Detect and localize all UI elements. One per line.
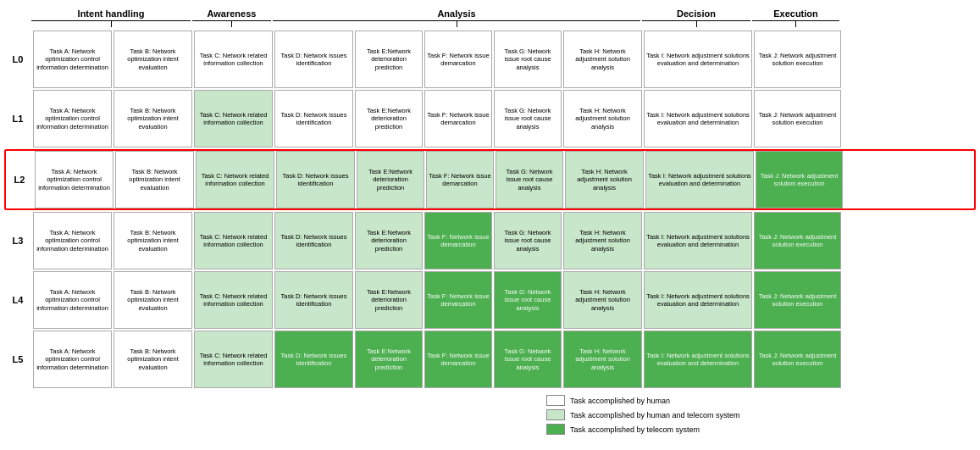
cell-l1-col8: Task I: Network adjustment solutions eva… xyxy=(644,90,752,147)
cell-l3-col2: Task C: Network related information coll… xyxy=(194,212,273,269)
cell-l4-col0: Task A: Network optimization control inf… xyxy=(33,271,112,329)
legend-item-2: Task accomplished by telecom system xyxy=(546,424,976,435)
row-l4: L4Task A: Network optimization control i… xyxy=(4,271,976,329)
legend-label-2: Task accomplished by telecom system xyxy=(570,425,700,434)
row-l5: L5Task A: Network optimization control i… xyxy=(4,331,976,388)
cell-l0-col1: Task B: Network optimization intent eval… xyxy=(114,31,192,88)
cell-l1-col0: Task A: Network optimization control inf… xyxy=(33,90,112,147)
cell-l1-col4: Task E:Network deterioration prediction xyxy=(355,90,423,147)
legend-item-1: Task accomplished by human and telecom s… xyxy=(546,409,976,420)
row-label-l5: L5 xyxy=(4,331,31,388)
cell-l4-col6: Task G: Network issue root cause analysi… xyxy=(494,271,562,329)
phase-analysis: Analysis xyxy=(273,8,640,27)
cell-l3-col5: Task F: Network issue demarcation xyxy=(424,212,492,269)
cell-l5-col7: Task H: Network adjustment solution anal… xyxy=(563,331,642,388)
row-label-l4: L4 xyxy=(4,271,31,329)
row-l0: L0Task A: Network optimization control i… xyxy=(4,31,976,88)
cell-l1-col7: Task H: Network adjustment solution anal… xyxy=(563,90,642,147)
cell-l2-col7: Task H: Network adjustment solution anal… xyxy=(565,151,644,208)
cell-l4-col1: Task B: Network optimization intent eval… xyxy=(114,271,192,329)
cell-l0-col2: Task C: Network related information coll… xyxy=(194,31,273,88)
legend-box-light xyxy=(546,409,565,420)
row-label-l2: L2 xyxy=(6,151,33,208)
cell-l0-col4: Task E:Network deterioration prediction xyxy=(355,31,423,88)
cell-l4-col3: Task D: Network issues identification xyxy=(274,271,353,329)
row-l3: L3Task A: Network optimization control i… xyxy=(4,212,976,269)
legend-box-dark xyxy=(546,424,565,435)
row-label-l1: L1 xyxy=(4,90,31,147)
cell-l3-col7: Task H: Network adjustment solution anal… xyxy=(563,212,642,269)
cell-l0-col9: Task J: Network adjustment solution exec… xyxy=(754,31,841,88)
cell-l4-col7: Task H: Network adjustment solution anal… xyxy=(563,271,642,329)
cell-l2-col1: Task B: Network optimization intent eval… xyxy=(115,151,194,208)
cell-l0-col0: Task A: Network optimization control inf… xyxy=(33,31,112,88)
cell-l5-col2: Task C: Network related information coll… xyxy=(194,331,273,388)
cell-l5-col9: Task J: Network adjustment solution exec… xyxy=(754,331,841,388)
cell-l0-col3: Task D: Network issues identification xyxy=(274,31,353,88)
row-label-l3: L3 xyxy=(4,212,31,269)
phase-headers: Intent handling Awareness Analysis Decis… xyxy=(31,8,976,27)
cell-l4-col2: Task C: Network related information coll… xyxy=(194,271,273,329)
cell-l2-col3: Task D: Network issues identification xyxy=(276,151,355,208)
cell-l4-col4: Task E:Network deterioration prediction xyxy=(355,271,423,329)
cell-l1-col1: Task B: Network optimization intent eval… xyxy=(114,90,192,147)
legend-label-1: Task accomplished by human and telecom s… xyxy=(570,411,740,419)
legend-label-0: Task accomplished by human xyxy=(570,397,670,405)
grid: L0Task A: Network optimization control i… xyxy=(4,31,976,388)
cell-l1-col2: Task C: Network related information coll… xyxy=(194,90,273,147)
phase-decision: Decision xyxy=(642,8,750,27)
cell-l2-col0: Task A: Network optimization control inf… xyxy=(35,151,114,208)
cell-l0-col6: Task G: Network issue root cause analysi… xyxy=(494,31,562,88)
phase-awareness: Awareness xyxy=(192,8,271,27)
cell-l4-col8: Task I: Network adjustment solutions eva… xyxy=(644,271,752,329)
main-container: Intent handling Awareness Analysis Decis… xyxy=(0,0,980,443)
row-l1: L1Task A: Network optimization control i… xyxy=(4,90,976,147)
cell-l3-col6: Task G: Network issue root cause analysi… xyxy=(494,212,562,269)
cell-l5-col1: Task B: Network optimization intent eval… xyxy=(114,331,192,388)
cell-l0-col7: Task H: Network adjustment solution anal… xyxy=(563,31,642,88)
legend-item-0: Task accomplished by human xyxy=(546,395,976,406)
legend-box-white xyxy=(546,395,565,406)
cell-l3-col3: Task D: Network issues identification xyxy=(274,212,353,269)
cell-l1-col5: Task F: Network issue demarcation xyxy=(424,90,492,147)
row-l2: L2Task A: Network optimization control i… xyxy=(4,149,976,210)
cell-l5-col4: Task E:Network deterioration prediction xyxy=(355,331,423,388)
cell-l5-col8: Task I: Network adjustment solutions eva… xyxy=(644,331,752,388)
cell-l3-col1: Task B: Network optimization intent eval… xyxy=(114,212,192,269)
cell-l2-col6: Task G: Network issue root cause analysi… xyxy=(496,151,563,208)
cell-l3-col8: Task I: Network adjustment solutions eva… xyxy=(644,212,752,269)
cell-l3-col9: Task J: Network adjustment solution exec… xyxy=(754,212,841,269)
cell-l1-col6: Task G: Network issue root cause analysi… xyxy=(494,90,562,147)
cell-l4-col5: Task F: Network issue demarcation xyxy=(424,271,492,329)
phase-execution: Execution xyxy=(752,8,839,27)
cell-l2-col5: Task F: Network issue demarcation xyxy=(426,151,494,208)
legend: Task accomplished by humanTask accomplis… xyxy=(546,395,976,435)
cell-l2-col4: Task E:Network deterioration prediction xyxy=(357,151,424,208)
cell-l0-col5: Task F: Network issue demarcation xyxy=(424,31,492,88)
cell-l2-col8: Task I: Network adjustment solutions eva… xyxy=(645,151,754,208)
cell-l1-col3: Task D: Network issues identification xyxy=(274,90,353,147)
cell-l5-col0: Task A: Network optimization control inf… xyxy=(33,331,112,388)
cell-l4-col9: Task J: Network adjustment solution exec… xyxy=(754,271,841,329)
cell-l5-col6: Task G: Network issue root cause analysi… xyxy=(494,331,562,388)
phase-intent-handling: Intent handling xyxy=(31,8,191,27)
cell-l1-col9: Task J: Network adjustment solution exec… xyxy=(754,90,841,147)
cell-l5-col5: Task F: Network issue demarcation xyxy=(424,331,492,388)
cell-l5-col3: Task D: Network issues identification xyxy=(274,331,353,388)
cell-l2-col9: Task J: Network adjustment solution exec… xyxy=(756,151,843,208)
cell-l2-col2: Task C: Network related information coll… xyxy=(196,151,274,208)
cell-l0-col8: Task I: Network adjustment solutions eva… xyxy=(644,31,752,88)
row-label-l0: L0 xyxy=(4,31,31,88)
cell-l3-col4: Task E:Network deterioration prediction xyxy=(355,212,423,269)
cell-l3-col0: Task A: Network optimization control inf… xyxy=(33,212,112,269)
